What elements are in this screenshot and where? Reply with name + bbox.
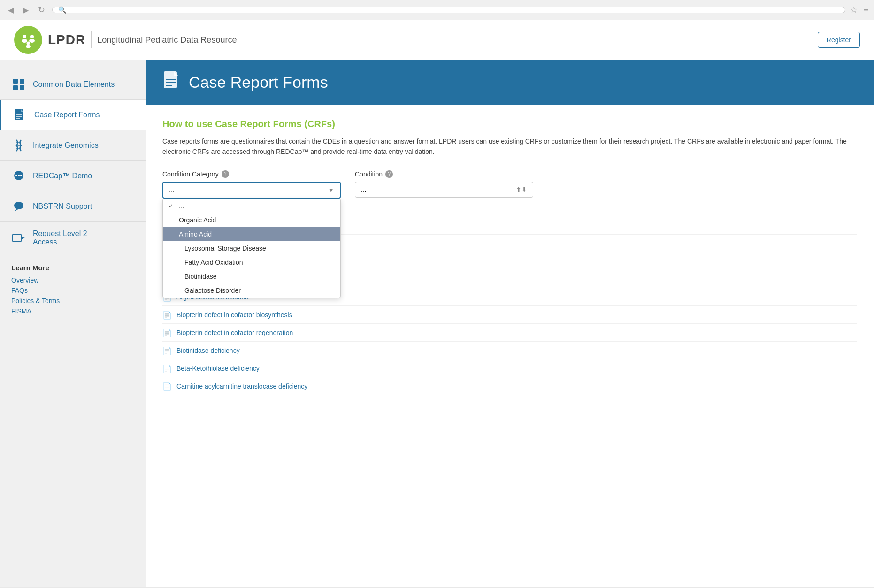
sidebar-item-label: Request Level 2Access — [33, 229, 87, 246]
logo-svg — [19, 31, 38, 49]
learn-more-title: Learn More — [11, 264, 134, 272]
chat-icon — [11, 168, 26, 183]
forward-button[interactable]: ▶ — [21, 5, 31, 15]
svg-point-4 — [29, 39, 35, 43]
dropdown-option-amino-acid[interactable]: Amino Acid — [163, 227, 340, 241]
sidebar-item-label: Common Data Elements — [33, 80, 115, 89]
condition-category-dropdown-open: ✓ ... Organic Acid Amino Acid — [162, 199, 341, 298]
search-icon: 🔍 — [58, 6, 66, 14]
svg-rect-8 — [20, 79, 24, 84]
bookmark-icon[interactable]: ☆ — [850, 5, 858, 15]
sidebar-item-label: NBSTRN Support — [33, 202, 92, 211]
grid-icon — [11, 77, 26, 92]
app-header: LPDR Longitudinal Pediatric Data Resourc… — [0, 20, 874, 60]
doc-icon: 📄 — [162, 328, 172, 337]
doc-icon: 📄 — [162, 364, 172, 373]
faqs-link[interactable]: FAQs — [11, 287, 134, 294]
refresh-button[interactable]: ↻ — [36, 4, 47, 16]
logo-text-area: LPDR Longitudinal Pediatric Data Resourc… — [48, 31, 237, 48]
overview-link[interactable]: Overview — [11, 276, 134, 284]
sidebar: Common Data Elements Case Report Forms — [0, 60, 146, 587]
condition-category-dropdown-container: ... ▼ ✓ ... Or — [162, 182, 341, 199]
dropdown-option-galactose[interactable]: Galactose Disorder — [163, 283, 340, 298]
svg-point-22 — [14, 202, 23, 209]
page-header-icon — [162, 70, 181, 94]
dropdown-option-organic-acid[interactable]: Organic Acid — [163, 213, 340, 227]
policies-link[interactable]: Policies & Terms — [11, 297, 134, 305]
condition-label: Condition ? — [355, 170, 533, 178]
browser-actions: ☆ ≡ — [850, 5, 868, 15]
doc-icon — [13, 107, 28, 122]
svg-point-2 — [22, 39, 27, 43]
doc-icon: 📄 — [162, 382, 172, 391]
arrow-icon — [11, 230, 26, 245]
address-bar[interactable]: 🔍 — [52, 7, 845, 13]
svg-point-5 — [27, 42, 30, 45]
logo-circle — [14, 26, 42, 54]
sidebar-item-integrate-genomics[interactable]: Integrate Genomics — [0, 130, 146, 161]
condition-group: Condition ? ... ⬆⬇ — [355, 170, 533, 198]
dropdown-option-all[interactable]: ✓ ... — [163, 199, 340, 213]
dropdown-option-fatty-acid[interactable]: Fatty Acid Oxidation — [163, 255, 340, 269]
condition-category-help-icon[interactable]: ? — [222, 170, 229, 178]
condition-category-select[interactable]: ... ▼ — [162, 182, 341, 199]
main-content: Case Report Forms How to use Case Report… — [146, 60, 874, 587]
app-wrapper: LPDR Longitudinal Pediatric Data Resourc… — [0, 20, 874, 587]
main-layout: Common Data Elements Case Report Forms — [0, 60, 874, 587]
register-button[interactable]: Register — [818, 32, 860, 48]
sidebar-item-label: REDCap™ Demo — [33, 172, 92, 180]
content-body: How to use Case Report Forms (CRFs) Case… — [146, 105, 874, 409]
section-title: How to use Case Report Forms (CRFs) — [162, 119, 857, 130]
result-item[interactable]: 📄 Beta-Ketothiolase deficiency — [162, 360, 857, 377]
logo-area: LPDR Longitudinal Pediatric Data Resourc… — [14, 26, 237, 54]
sidebar-item-case-report-forms[interactable]: Case Report Forms — [0, 100, 146, 130]
result-item[interactable]: 📄 Biopterin defect in cofactor biosynthe… — [162, 307, 857, 324]
result-item[interactable]: 📄 Biotinidase deficiency — [162, 343, 857, 359]
page-title: Case Report Forms — [189, 73, 328, 92]
dropdown-option-biotinidase[interactable]: Biotinidase — [163, 269, 340, 283]
svg-rect-7 — [13, 79, 18, 84]
svg-point-19 — [15, 175, 17, 176]
svg-point-20 — [18, 175, 20, 176]
learn-more-section: Learn More Overview FAQs Policies & Term… — [0, 254, 146, 327]
fisma-link[interactable]: FISMA — [11, 307, 134, 315]
menu-icon[interactable]: ≡ — [863, 5, 868, 15]
condition-help-icon[interactable]: ? — [385, 170, 393, 178]
section-description: Case reports forms are questionnaires th… — [162, 136, 857, 157]
svg-point-3 — [30, 35, 34, 38]
result-item-label: Biotinidase deficiency — [176, 347, 240, 354]
result-item-label: Beta-Ketothiolase deficiency — [176, 365, 260, 372]
svg-point-6 — [26, 45, 31, 48]
svg-point-1 — [23, 35, 26, 38]
svg-rect-9 — [13, 85, 18, 90]
result-item-label: Carnitine acylcarnitine translocase defi… — [176, 382, 307, 390]
dropdown-option-lysosomal[interactable]: Lysosomal Storage Disease — [163, 241, 340, 255]
result-item[interactable]: 📄 Carnitine acylcarnitine translocase de… — [162, 378, 857, 395]
result-item-label: Biopterin defect in cofactor regeneratio… — [176, 329, 293, 336]
sidebar-item-label: Integrate Genomics — [33, 141, 99, 150]
result-item[interactable]: 📄 Biopterin defect in cofactor regenerat… — [162, 325, 857, 342]
doc-icon: 📄 — [162, 311, 172, 320]
logo-full-name: Longitudinal Pediatric Data Resource — [97, 35, 237, 45]
filter-row: Condition Category ? ... ▼ ✓ — [162, 170, 857, 199]
sidebar-item-redcap-demo[interactable]: REDCap™ Demo — [0, 161, 146, 191]
sidebar-item-common-data-elements[interactable]: Common Data Elements — [0, 69, 146, 100]
svg-rect-24 — [13, 234, 21, 242]
sidebar-item-label: Case Report Forms — [34, 111, 100, 119]
sidebar-item-nbstrn-support[interactable]: NBSTRN Support — [0, 191, 146, 222]
condition-category-label: Condition Category ? — [162, 170, 341, 178]
logo-divider — [91, 31, 92, 48]
sidebar-item-request-level2[interactable]: Request Level 2Access — [0, 222, 146, 254]
back-button[interactable]: ◀ — [6, 5, 16, 15]
dna-icon — [11, 138, 26, 153]
doc-icon: 📄 — [162, 346, 172, 355]
bubble-icon — [11, 199, 26, 214]
logo-abbr: LPDR — [48, 32, 85, 47]
result-item-label: Biopterin defect in cofactor biosynthesi… — [176, 311, 292, 319]
svg-point-21 — [20, 175, 22, 176]
browser-chrome: ◀ ▶ ↻ 🔍 ☆ ≡ — [0, 0, 874, 20]
svg-rect-10 — [20, 85, 24, 90]
condition-select[interactable]: ... ⬆⬇ — [355, 182, 533, 198]
page-header: Case Report Forms — [146, 60, 874, 105]
svg-marker-23 — [15, 209, 19, 211]
